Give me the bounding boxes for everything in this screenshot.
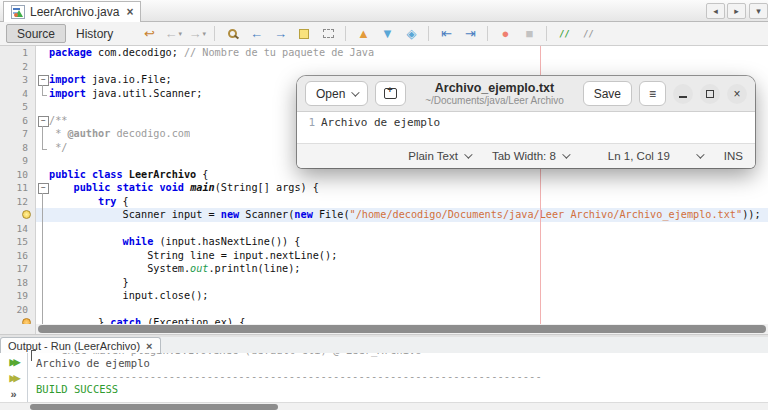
scroll-tabs-right-button[interactable]: ▸ [727,3,746,19]
fold-column [36,154,49,168]
code-line-15[interactable]: 15 while (input.hasNextLine()) { [0,235,768,249]
code-line-14[interactable]: 14 [0,222,768,236]
tab-close-icon[interactable]: × [126,5,133,19]
output-tab-close-icon[interactable]: × [146,340,152,352]
minimize-button[interactable] [673,84,693,104]
new-tab-button[interactable]: + [375,81,406,106]
output-tab-bar: Output - Run (LeerArchivo) × [0,337,768,353]
insert-mode-indicator[interactable]: INS [724,150,743,162]
chevron-down-icon [464,150,472,158]
gutter-line-19[interactable]: 19 [0,289,36,303]
code-line-16[interactable]: 16 String line = input.nextLine(); [0,249,768,263]
maximize-button[interactable] [700,84,720,104]
code-line-21[interactable]: } catch (Exception ex) { [0,316,768,324]
find-next-occurrence-icon[interactable]: → [268,25,292,43]
editor-scrollbar-thumb[interactable] [38,325,766,333]
stop-macro-recording-icon[interactable]: ■ [517,25,541,43]
gutter-line-3[interactable]: 3 [0,73,36,87]
shift-line-left-icon[interactable]: ⇤ [434,25,458,43]
back-icon[interactable]: ←▾ [161,25,185,43]
tab-leerarchivo-java[interactable]: LeerArchivo.java × [3,1,141,22]
gutter-line-13[interactable] [0,208,36,222]
menu-button[interactable]: ≡ [639,81,666,106]
gutter-line-7[interactable]: 7 [0,127,36,141]
right-arrow-icon: ▸ [734,6,739,16]
new-document-icon: + [384,88,397,99]
code-text: /** [49,114,67,128]
gutter-line-20[interactable]: 20 [0,303,36,317]
code-line-19[interactable]: 19 input.close(); [0,289,768,303]
fold-marker[interactable] [36,73,49,87]
open-button[interactable]: Open [305,81,368,106]
output-scrollbar-thumb[interactable] [30,404,278,410]
find-icon[interactable] [220,25,244,43]
chevron-down-icon[interactable] [696,150,704,158]
source-view-button[interactable]: Source [6,24,66,43]
expand-output-icon[interactable]: » [6,387,22,401]
close-icon: × [733,87,740,101]
rectangular-selection-icon[interactable] [316,25,340,43]
fold-marker [36,276,49,290]
toggle-bookmark-icon[interactable]: ◈ [399,25,423,43]
gutter-line-14[interactable]: 14 [0,222,36,236]
code-line-18[interactable]: 18 } [0,276,768,290]
gutter-line-15[interactable]: 15 [0,235,36,249]
tab-list-dropdown-button[interactable]: ▾ [749,3,768,19]
output-toolbar: ▶▶ ▶▶ » [0,353,28,402]
gedit-header-bar[interactable]: Open + Archivo_ejemplo.txt ~/Documents/j… [297,76,755,112]
start-macro-recording-icon[interactable]: ● [493,25,517,43]
gutter-line-17[interactable]: 17 [0,262,36,276]
rectangular-selection-icon [323,29,334,38]
gutter-line-10[interactable]: 10 [0,168,36,182]
rerun-icon[interactable]: ▶▶ [6,355,22,369]
output-horizontal-scrollbar[interactable] [0,402,768,410]
previous-bookmark-icon[interactable]: ▲ [351,25,375,43]
gutter-line-5[interactable]: 5 [0,100,36,114]
toggle-highlight-search-icon[interactable] [292,25,316,43]
gutter-line-21[interactable] [0,316,36,324]
next-bookmark-icon[interactable]: ▼ [375,25,399,43]
cursor-position[interactable]: Ln 1, Col 19 [608,150,670,162]
code-line-20[interactable]: 20 [0,303,768,317]
gutter-line-8[interactable]: 8 [0,141,36,155]
code-line-2[interactable]: 2 [0,60,768,74]
fold-marker[interactable] [36,181,49,195]
output-console[interactable]: --- exec-maven-plugin:3.1.0:exec (defaul… [36,353,768,396]
scroll-tabs-left-button[interactable]: ◂ [706,3,725,19]
gutter-line-6[interactable]: 6 [0,114,36,128]
comment-icon: // [559,29,570,39]
shift-line-right-icon[interactable]: ⇥ [458,25,482,43]
gutter-line-9[interactable]: 9 [0,154,36,168]
forward-icon[interactable]: →▾ [185,25,209,43]
save-button[interactable]: Save [583,81,632,106]
fold-marker[interactable] [36,114,49,128]
code-line-1[interactable]: 1package com.decodigo; // Nombre de tu p… [0,46,768,60]
code-line-17[interactable]: 17 System.out.println(line); [0,262,768,276]
gutter-line-12[interactable]: 12 [0,195,36,209]
language-selector[interactable]: Plain Text [408,150,470,162]
find-next-occurrence-icon: → [274,26,287,41]
gedit-text-area[interactable]: 1 Archivo de ejemplo [297,112,755,143]
bulb-warn-icon[interactable] [22,210,31,219]
rerun-stopped-icon[interactable]: ▶▶ [6,371,22,385]
cursor-position-label: Ln 1, Col 19 [608,150,670,162]
gutter-line-16[interactable]: 16 [0,249,36,263]
gutter-line-11[interactable]: 11 [0,181,36,195]
uncomment-icon[interactable]: // [576,25,600,43]
code-line-11[interactable]: 11 public static void main(String[] args… [0,181,768,195]
code-line-12[interactable]: 12 try { [0,195,768,209]
comment-icon[interactable]: // [552,25,576,43]
tab-width-selector[interactable]: Tab Width: 8 [492,150,568,162]
close-button[interactable]: × [727,84,747,104]
code-line-13[interactable]: Scanner input = new Scanner(new File("/h… [0,208,768,222]
code-line-10[interactable]: 10public class LeerArchivo { [0,168,768,182]
gutter-line-2[interactable]: 2 [0,60,36,74]
gutter-line-1[interactable]: 1 [0,46,36,60]
gutter-line-18[interactable]: 18 [0,276,36,290]
gutter-line-4[interactable]: 4 [0,87,36,101]
history-view-button[interactable]: History [66,24,123,43]
find-previous-occurrence-icon[interactable]: ← [244,25,268,43]
tab-output-run[interactable]: Output - Run (LeerArchivo) × [0,337,161,353]
editor-horizontal-scrollbar[interactable] [0,324,768,334]
last-edit-position-icon[interactable]: ↩ [137,25,161,43]
